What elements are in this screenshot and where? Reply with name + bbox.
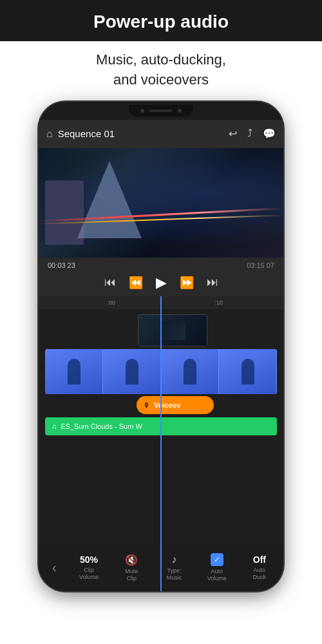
ruler-marker-10: :10 bbox=[215, 299, 223, 306]
phone-wrapper: ⌂ Sequence 01 ↩ ⤴ 💬 00:03 23 bbox=[0, 102, 322, 591]
playback-section: 00:03 23 03:15 07 ⏮ ⏪ ▶ ⏩ ⏭ bbox=[39, 258, 283, 296]
total-time: 03:15 07 bbox=[247, 261, 274, 269]
frame-forward-button[interactable]: ⏩ bbox=[180, 276, 194, 290]
comment-icon[interactable]: 💬 bbox=[263, 128, 276, 140]
share-icon[interactable]: ⤴ bbox=[247, 128, 252, 140]
person-silhouette-2 bbox=[126, 359, 138, 384]
ruler-marker-0: :00 bbox=[107, 299, 115, 306]
person-silhouette-1 bbox=[68, 359, 80, 384]
mute-clip-item[interactable]: 🔇 MuteClip bbox=[115, 554, 148, 582]
frame-back-button[interactable]: ⏪ bbox=[129, 276, 143, 290]
subtitle-text: Music, auto-ducking,and voiceovers bbox=[13, 50, 309, 90]
voiceover-label: Voiceov bbox=[154, 401, 180, 409]
phone-top-bar bbox=[39, 102, 283, 120]
time-display: 00:03 23 03:15 07 bbox=[39, 261, 283, 272]
video-clip-track[interactable] bbox=[138, 314, 207, 346]
sequence-title: Sequence 01 bbox=[58, 128, 229, 139]
type-music-item[interactable]: ♪ Type:Music bbox=[157, 554, 191, 582]
current-time: 00:03 23 bbox=[48, 261, 75, 269]
skip-forward-button[interactable]: ⏭ bbox=[207, 276, 218, 289]
person-silhouette-4 bbox=[242, 359, 254, 384]
topbar-actions: ↩ ⤴ 💬 bbox=[229, 128, 276, 140]
auto-volume-item[interactable]: ✓ AutoVolume bbox=[200, 553, 234, 582]
sensor-dot bbox=[178, 109, 182, 113]
music-type-icon: ♪ bbox=[171, 554, 176, 565]
speaker-grill bbox=[149, 109, 173, 112]
skip-back-button[interactable]: ⏮ bbox=[104, 276, 116, 289]
voiceover-track[interactable]: 🎙 Voiceov bbox=[137, 396, 214, 414]
play-button[interactable]: ▶ bbox=[156, 274, 167, 291]
home-icon[interactable]: ⌂ bbox=[46, 128, 53, 140]
header-title: Power-up audio bbox=[13, 12, 309, 32]
camera-dot bbox=[140, 109, 144, 113]
app-topbar: ⌂ Sequence 01 ↩ ⤴ 💬 bbox=[39, 120, 283, 148]
auto-duck-label: AutoDuck bbox=[253, 567, 267, 581]
auto-volume-label: AutoVolume bbox=[207, 568, 227, 582]
app-screen: ⌂ Sequence 01 ↩ ⤴ 💬 00:03 23 bbox=[39, 120, 283, 591]
music-track-label: ES_Sum Clouds - Sum W bbox=[61, 422, 142, 430]
clip-volume-value: 50% bbox=[80, 554, 98, 565]
auto-duck-value: Off bbox=[253, 554, 266, 565]
video-preview bbox=[39, 148, 283, 258]
music-track-icon: ♫ bbox=[52, 422, 57, 430]
mute-icon: 🔇 bbox=[125, 554, 138, 566]
phone-device: ⌂ Sequence 01 ↩ ⤴ 💬 00:03 23 bbox=[39, 102, 283, 591]
phone-notch bbox=[129, 105, 193, 117]
undo-icon[interactable]: ↩ bbox=[229, 128, 237, 140]
header-banner: Power-up audio bbox=[0, 0, 322, 41]
mute-label: MuteClip bbox=[125, 568, 138, 582]
blue-thumb-1 bbox=[45, 349, 103, 394]
auto-duck-item[interactable]: Off AutoDuck bbox=[243, 554, 276, 581]
video-thumbnail bbox=[138, 314, 207, 346]
auto-volume-checkbox[interactable]: ✓ bbox=[211, 553, 223, 566]
voiceover-icon: 🎙 bbox=[143, 401, 150, 409]
playback-controls: ⏮ ⏪ ▶ ⏩ ⏭ bbox=[39, 272, 283, 294]
blue-thumb-2 bbox=[103, 349, 161, 394]
person-silhouette-3 bbox=[184, 359, 196, 384]
subtitle-section: Music, auto-ducking,and voiceovers bbox=[0, 41, 322, 102]
crystal-element bbox=[77, 161, 142, 238]
toolbar-back-button[interactable]: ‹ bbox=[46, 554, 63, 582]
playhead-line bbox=[160, 296, 162, 591]
blue-thumb-3 bbox=[161, 349, 219, 394]
clip-volume-item[interactable]: 50% ClipVolume bbox=[72, 554, 106, 581]
clip-volume-label: ClipVolume bbox=[79, 567, 99, 581]
blue-thumb-4 bbox=[219, 349, 277, 394]
type-music-label: Type:Music bbox=[167, 567, 182, 582]
